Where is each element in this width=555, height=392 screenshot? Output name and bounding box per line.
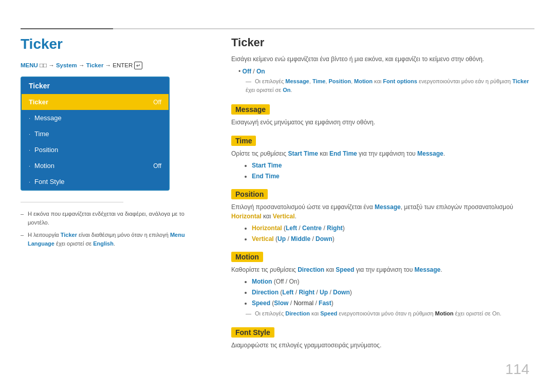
enter-icon: ↵ [134, 62, 142, 69]
menu-item-position[interactable]: · Position [22, 142, 169, 158]
motion-label: Motion [34, 162, 153, 170]
intro-bullet: • Off / On [238, 68, 534, 75]
ui-box: Ticker Ticker Off · Message · Time · Pos… [21, 77, 170, 191]
end-time-keyword: End Time [252, 173, 280, 180]
position-heading: Position [231, 189, 268, 199]
motion-value: Off [153, 162, 161, 170]
off-on-keyword: Off [243, 68, 251, 75]
left-panel: Ticker MENU □□ → System → Ticker → ENTER… [21, 36, 195, 252]
menu-item-ticker[interactable]: Ticker Off [22, 94, 169, 110]
position-label: Position [34, 146, 161, 154]
font-style-label: Font Style [34, 178, 161, 185]
motion-off-on-item: Motion (Off / On) [252, 277, 534, 286]
ticker-label: Ticker [29, 98, 153, 106]
menu-path-text: MENU [21, 62, 38, 68]
horizontal-item: Horizontal (Left / Centre / Right) [252, 223, 534, 233]
footnote-2: Η λειτουργία Ticker είναι διαθέσιμη μόνο… [21, 231, 195, 248]
motion-heading: Motion [231, 252, 263, 262]
bullet-position: · [29, 147, 30, 153]
position-text: Επιλογή προσανατολισμού ώστε να εμφανίζε… [231, 202, 534, 221]
bullet-message: · [29, 115, 30, 121]
ui-box-header: Ticker [22, 78, 169, 94]
menu-item-time[interactable]: · Time [22, 126, 169, 142]
left-title: Ticker [21, 36, 195, 52]
menu-path: MENU □□ → System → Ticker → ENTER ↵ [21, 62, 195, 69]
time-label: Time [34, 130, 161, 138]
intro-text: Εισάγει κείμενο ενώ εμφανίζεται ένα βίντ… [231, 54, 534, 64]
speed-item: Speed (Slow / Normal / Fast) [252, 298, 534, 308]
ticker-keyword: Ticker [61, 232, 77, 238]
motion-text: Καθορίστε τις ρυθμίσεις Direction και Sp… [231, 265, 534, 274]
message-label: Message [34, 114, 161, 122]
menu-item-message[interactable]: · Message [22, 110, 169, 126]
bullet-font-style: · [29, 179, 30, 185]
menu-item-motion[interactable]: · Motion Off [22, 158, 169, 174]
time-text: Ορίστε τις ρυθμίσεις Start Time και End … [231, 149, 534, 158]
direction-item: Direction (Left / Right / Up / Down) [252, 288, 534, 297]
top-border [21, 28, 534, 29]
message-heading: Message [231, 104, 270, 115]
on-keyword: On [256, 68, 265, 75]
right-title: Ticker [231, 36, 534, 49]
ticker-value: Off [153, 99, 161, 106]
bullet-time: · [29, 131, 30, 137]
vertical-item: Vertical (Up / Middle / Down) [252, 234, 534, 244]
time-heading: Time [231, 136, 256, 146]
end-time-item: End Time [252, 172, 534, 181]
menu-item-font-style[interactable]: · Font Style [22, 174, 169, 190]
intro-note: Οι επιλογές Message, Time, Position, Mot… [246, 77, 534, 94]
motion-sub-note: Οι επιλογές Direction και Speed ενεργοπο… [246, 309, 534, 318]
font-style-heading: Font Style [231, 327, 274, 338]
right-panel: Ticker Εισάγει κείμενο ενώ εμφανίζεται έ… [231, 36, 534, 352]
start-time-item: Start Time [252, 161, 534, 170]
footnote-1: Η εικόνα που εμφανίζεται ενδέχεται να δι… [21, 210, 195, 227]
page-number: 114 [505, 361, 529, 378]
english-keyword: English [93, 240, 114, 247]
start-time-keyword: Start Time [252, 162, 282, 169]
message-text: Εισαγωγή ενός μηνύματος για εμφάνιση στη… [231, 118, 534, 127]
bullet-motion: · [29, 163, 30, 169]
font-style-text: Διαμορφώστε τις επιλογές γραμματοσειράς … [231, 341, 534, 350]
divider [21, 202, 123, 202]
